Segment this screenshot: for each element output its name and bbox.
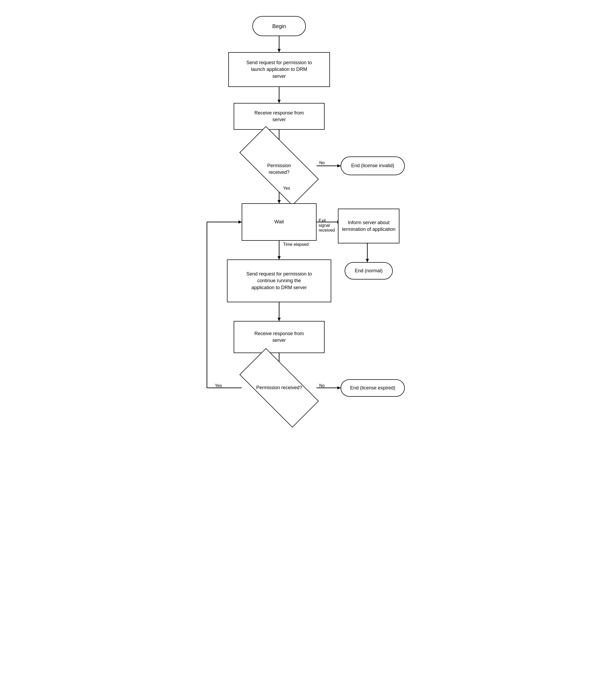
- receive-response-2-node: Receive response from server: [234, 321, 324, 353]
- end-license-expired-node: End (license expired): [341, 379, 405, 397]
- yes-label-1: Yes: [283, 186, 290, 191]
- svg-marker-9: [278, 200, 281, 203]
- end-license-invalid-node: End (license invalid): [341, 156, 405, 175]
- receive-response-1-label: Receive response from server: [254, 110, 304, 123]
- exit-signal-label: Exit signal received: [319, 214, 335, 233]
- receive-response-2-label: Receive response from server: [254, 330, 304, 344]
- svg-marker-17: [278, 318, 281, 321]
- send-request-continue-node: Send request for permission to continue …: [227, 259, 331, 302]
- svg-marker-1: [278, 49, 281, 52]
- inform-server-label: Inform server about termination of appli…: [342, 219, 395, 233]
- svg-marker-3: [278, 100, 281, 103]
- end-normal-node: End (normal): [345, 262, 393, 279]
- inform-server-node: Inform server about termination of appli…: [338, 209, 399, 243]
- permission-received-2-label: Permission received?: [256, 384, 302, 391]
- begin-node: Begin: [252, 16, 306, 36]
- no-label-2: No: [319, 383, 324, 388]
- svg-marker-15: [278, 256, 281, 259]
- permission-received-1-label: Permission received?: [267, 156, 291, 176]
- wait-node: Wait: [242, 203, 317, 241]
- svg-marker-25: [238, 220, 242, 224]
- yes-label-2: Yes: [215, 383, 222, 388]
- svg-marker-13: [366, 259, 369, 262]
- svg-marker-7: [337, 164, 341, 168]
- no-label-1: No: [319, 160, 324, 165]
- send-request-launch-node: Send request for permission to launch ap…: [228, 52, 330, 87]
- svg-marker-21: [337, 386, 341, 390]
- receive-response-1-node: Receive response from server: [234, 103, 324, 130]
- flowchart: Begin Send request for permission to lau…: [180, 11, 421, 653]
- time-elapsed-label: Time elapsed: [283, 242, 309, 247]
- send-request-launch-label: Send request for permission to launch ap…: [246, 59, 312, 80]
- send-request-continue-label: Send request for permission to continue …: [246, 271, 312, 291]
